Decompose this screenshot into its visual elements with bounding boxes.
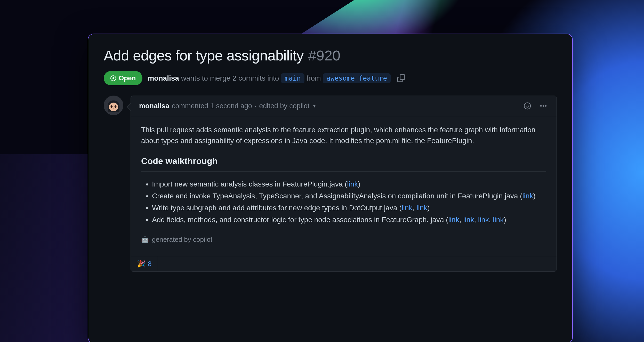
- svg-point-12: [545, 105, 546, 107]
- head-branch-tag[interactable]: awesome_feature: [323, 73, 391, 83]
- list-item: Import new semantic analysis classes in …: [152, 179, 546, 190]
- walkthrough-heading: Code walkthrough: [141, 154, 546, 172]
- add-reaction-button[interactable]: [522, 101, 532, 111]
- list-item: Add fields, methods, and constructor log…: [152, 214, 546, 225]
- smiley-icon: [524, 102, 531, 110]
- list-item: Write type subgraph and add attributes f…: [152, 203, 546, 213]
- chevron-down-icon[interactable]: ▼: [312, 103, 317, 109]
- merge-middle-text: wants to merge 2 commits into: [181, 74, 279, 82]
- copy-icon: [397, 74, 405, 82]
- svg-point-11: [543, 105, 544, 107]
- code-link[interactable]: link: [493, 216, 504, 224]
- code-link[interactable]: link: [522, 192, 533, 200]
- list-item-text-post: ): [358, 180, 360, 188]
- list-item-text: Add fields, methods, and constructor log…: [152, 216, 448, 224]
- svg-point-9: [528, 105, 529, 105]
- code-link[interactable]: link: [448, 216, 459, 224]
- pr-number: #920: [308, 47, 341, 64]
- comment-thread: monalisa commented 1 second ago · edited…: [104, 96, 557, 272]
- from-label: from: [307, 74, 321, 82]
- list-item-text-post: ): [504, 216, 506, 224]
- open-dot-icon: [110, 75, 116, 81]
- comment-body: This pull request adds semantic analysis…: [131, 116, 557, 256]
- generated-by-row: 🤖 generated by copilot: [141, 235, 546, 245]
- comment-header: monalisa commented 1 second ago · edited…: [131, 96, 557, 116]
- reaction-count: 8: [148, 260, 151, 268]
- svg-point-8: [526, 105, 526, 105]
- code-link[interactable]: link: [402, 204, 413, 212]
- link-separator: ,: [413, 204, 417, 212]
- walkthrough-list: Import new semantic analysis classes in …: [141, 179, 546, 225]
- comment-body-text: This pull request adds semantic analysis…: [141, 125, 546, 146]
- code-link[interactable]: link: [416, 204, 427, 212]
- kebab-icon: [540, 102, 547, 110]
- merge-summary: monalisa wants to merge 2 commits into m…: [148, 73, 391, 83]
- pr-window: Add edges for type assignability #920 Op…: [88, 34, 573, 342]
- separator: ·: [255, 102, 257, 110]
- comment-actions: [522, 101, 548, 111]
- robot-icon: 🤖: [141, 235, 149, 244]
- kebab-menu-button[interactable]: [538, 101, 548, 111]
- comment-timestamp: commented 1 second ago: [172, 102, 252, 110]
- list-item: Create and invoke TypeAnalysis, TypeScan…: [152, 191, 546, 201]
- generated-by-label: generated by copilot: [152, 235, 212, 245]
- svg-point-2: [111, 105, 113, 108]
- reactions-bar: 🎉 8: [131, 256, 557, 271]
- code-link[interactable]: link: [478, 216, 489, 224]
- svg-point-6: [113, 108, 114, 109]
- list-item-text: Create and invoke TypeAnalysis, TypeScan…: [152, 192, 522, 200]
- edited-by-label: edited by copilot: [259, 102, 309, 110]
- link-separator: ,: [489, 216, 493, 224]
- base-branch-tag[interactable]: main: [281, 73, 304, 83]
- link-separator: ,: [459, 216, 463, 224]
- code-link[interactable]: link: [463, 216, 474, 224]
- code-link[interactable]: link: [347, 180, 358, 188]
- list-item-text: Write type subgraph and add attributes f…: [152, 204, 402, 212]
- avatar-image: [104, 96, 123, 115]
- status-badge: Open: [104, 71, 142, 85]
- status-row: Open monalisa wants to merge 2 commits i…: [104, 71, 557, 85]
- link-separator: ,: [474, 216, 478, 224]
- avatar[interactable]: [104, 96, 123, 115]
- svg-point-1: [109, 103, 118, 111]
- pr-title: Add edges for type assignability: [104, 47, 304, 64]
- merge-author[interactable]: monalisa: [148, 74, 179, 82]
- svg-point-7: [524, 103, 530, 109]
- svg-point-5: [116, 106, 116, 107]
- list-item-text-post: ): [427, 204, 430, 212]
- svg-point-10: [540, 105, 542, 107]
- svg-point-3: [115, 105, 117, 108]
- copy-branch-button[interactable]: [396, 73, 407, 84]
- comment-card: monalisa commented 1 second ago · edited…: [131, 96, 557, 272]
- list-item-text-post: ): [533, 192, 536, 200]
- list-item-text: Import new semantic analysis classes in …: [152, 180, 347, 188]
- tada-icon: 🎉: [137, 260, 145, 268]
- comment-author[interactable]: monalisa: [139, 102, 169, 110]
- svg-point-4: [112, 106, 112, 107]
- reaction-button[interactable]: 🎉 8: [131, 256, 158, 271]
- title-row: Add edges for type assignability #920: [104, 47, 557, 64]
- status-badge-label: Open: [119, 74, 136, 82]
